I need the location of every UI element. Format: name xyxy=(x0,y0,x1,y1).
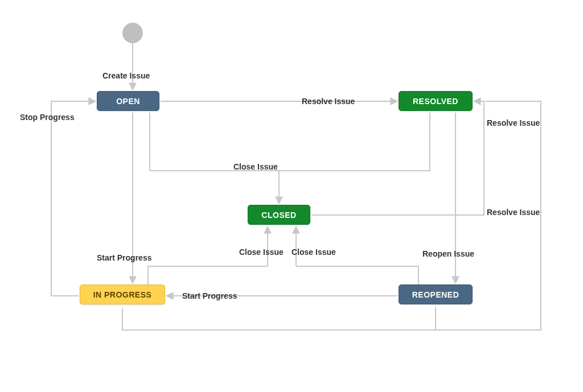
label-resolve-issue-top: Resolve Issue xyxy=(302,97,355,106)
label-stop-progress: Stop Progress xyxy=(20,113,75,122)
state-reopened-label: REOPENED xyxy=(412,290,459,299)
state-open: OPEN xyxy=(97,91,159,111)
label-create-issue: Create Issue xyxy=(102,71,150,80)
state-resolved-label: RESOLVED xyxy=(413,97,458,106)
edge-resolved-closed xyxy=(279,113,430,171)
label-start-progress-mid: Start Progress xyxy=(182,291,237,300)
label-close-issue-right: Close Issue xyxy=(292,247,336,257)
label-reopen-issue: Reopen Issue xyxy=(422,249,474,258)
state-resolved: RESOLVED xyxy=(399,91,473,111)
label-start-progress-left: Start Progress xyxy=(97,253,151,262)
state-in-progress-label: IN PROGRESS xyxy=(93,290,152,299)
edges-layer xyxy=(0,0,583,392)
state-reopened: REOPENED xyxy=(399,284,473,304)
label-resolve-issue-right-lower: Resolve Issue xyxy=(487,208,540,217)
edge-closed-right-feed xyxy=(296,266,418,284)
state-open-label: OPEN xyxy=(116,97,140,106)
state-in-progress: IN PROGRESS xyxy=(80,284,165,304)
workflow-diagram: OPEN RESOLVED CLOSED IN PROGRESS REOPENE… xyxy=(0,0,583,392)
state-closed: CLOSED xyxy=(248,205,310,225)
label-close-issue-left: Close Issue xyxy=(239,247,284,257)
label-close-issue-top: Close Issue xyxy=(233,162,278,171)
edge-inprogress-open xyxy=(51,101,96,296)
label-resolve-issue-right-upper: Resolve Issue xyxy=(487,118,540,127)
state-closed-label: CLOSED xyxy=(261,211,296,220)
edge-open-closed xyxy=(150,113,279,204)
edge-reopened-resolved xyxy=(311,101,484,215)
start-node xyxy=(122,23,143,43)
edge-closed-left-feed xyxy=(148,266,268,284)
